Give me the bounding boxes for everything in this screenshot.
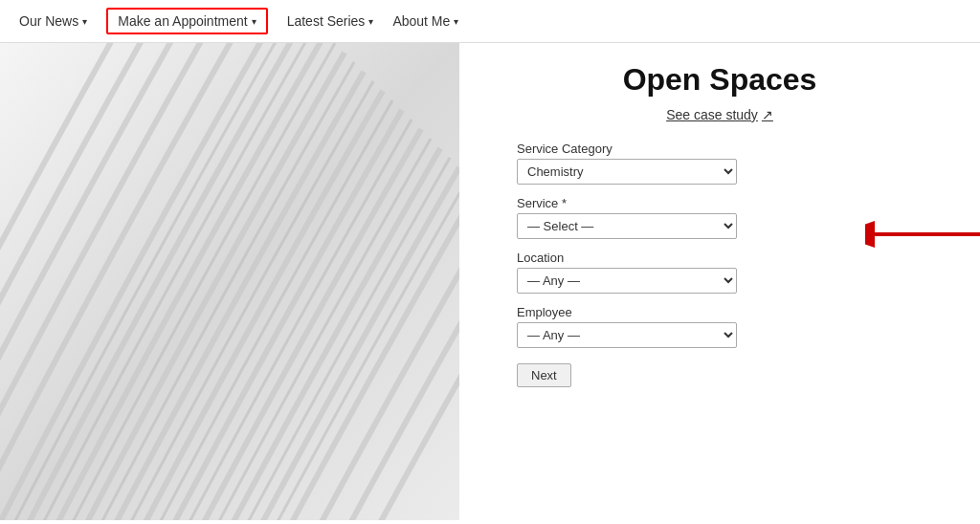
hero-image-panel — [0, 43, 459, 520]
location-label: Location — [517, 251, 737, 265]
service-group: Service * — Select — — [517, 196, 737, 239]
location-select[interactable]: — Any — — [517, 268, 737, 294]
red-arrow-annotation — [865, 215, 980, 257]
nav-latest-series-label: Latest Series — [287, 13, 366, 29]
page-title: Open Spaces — [517, 62, 923, 98]
case-study-link[interactable]: See case study ↗ — [517, 107, 923, 122]
nav-latest-series[interactable]: Latest Series ▾ — [287, 13, 374, 29]
nav-about-me-label: About Me — [392, 13, 450, 29]
employee-label: Employee — [517, 305, 737, 319]
nav-make-appointment-label: Make an Appointment — [118, 13, 247, 29]
service-category-select[interactable]: Chemistry Biology Physics — [517, 159, 737, 185]
main-content: Open Spaces See case study ↗ Service Cat… — [0, 43, 980, 520]
nav-our-news[interactable]: Our News ▾ — [19, 13, 87, 29]
external-link-icon: ↗ — [762, 107, 773, 122]
red-arrow-icon — [865, 215, 980, 253]
latest-series-dropdown-icon: ▾ — [368, 16, 373, 27]
our-news-dropdown-icon: ▾ — [82, 16, 87, 27]
service-select[interactable]: — Select — — [517, 213, 737, 239]
nav-our-news-label: Our News — [19, 13, 78, 29]
next-button[interactable]: Next — [517, 363, 571, 387]
make-appointment-dropdown-icon: ▾ — [252, 16, 256, 27]
about-me-dropdown-icon: ▾ — [454, 16, 458, 27]
main-nav: Our News ▾ Make an Appointment ▾ Latest … — [0, 0, 980, 43]
case-study-label: See case study — [666, 107, 758, 122]
right-panel: Open Spaces See case study ↗ Service Cat… — [459, 43, 980, 520]
appointment-form: Service Category Chemistry Biology Physi… — [517, 142, 737, 387]
employee-select[interactable]: — Any — — [517, 322, 737, 348]
nav-make-appointment[interactable]: Make an Appointment ▾ — [106, 8, 267, 34]
location-group: Location — Any — — [517, 251, 737, 294]
nav-about-me[interactable]: About Me ▾ — [392, 13, 458, 29]
service-label: Service * — [517, 196, 737, 210]
service-category-label: Service Category — [517, 142, 737, 156]
employee-group: Employee — Any — — [517, 305, 737, 348]
service-category-group: Service Category Chemistry Biology Physi… — [517, 142, 737, 185]
